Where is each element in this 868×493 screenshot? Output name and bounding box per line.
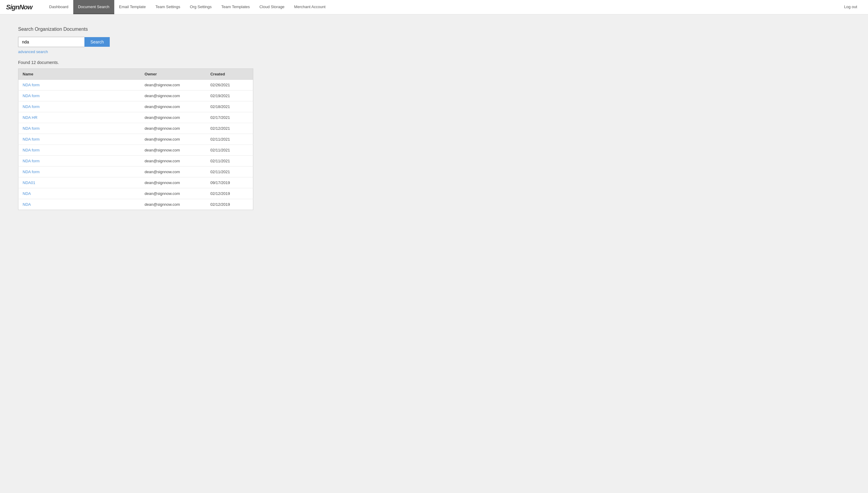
doc-created: 02/12/2021 — [206, 123, 253, 134]
doc-name-link[interactable]: NDA form — [23, 170, 40, 174]
nav-link-org-settings[interactable]: Org Settings — [185, 0, 216, 14]
doc-created: 02/12/2019 — [206, 188, 253, 199]
table-row: NDA formdean@signnow.com02/11/2021 — [18, 156, 253, 167]
table-row: NDA formdean@signnow.com02/12/2021 — [18, 123, 253, 134]
main-content: Search Organization Documents Search adv… — [0, 15, 271, 222]
nav-links: DashboardDocument SearchEmail TemplateTe… — [44, 0, 862, 14]
nav-link-cloud-storage[interactable]: Cloud Storage — [254, 0, 289, 14]
table-row: NDA formdean@signnow.com02/11/2021 — [18, 145, 253, 156]
col-header-name: Name — [18, 69, 140, 80]
doc-created: 02/11/2021 — [206, 156, 253, 167]
nav-link-team-templates[interactable]: Team Templates — [216, 0, 254, 14]
doc-name-link[interactable]: NDA form — [23, 159, 40, 163]
search-input[interactable] — [18, 37, 85, 47]
doc-owner: dean@signnow.com — [140, 101, 206, 112]
table-row: NDAdean@signnow.com02/12/2019 — [18, 199, 253, 210]
doc-name-link[interactable]: NDA HR — [23, 115, 38, 120]
doc-owner: dean@signnow.com — [140, 199, 206, 210]
doc-owner: dean@signnow.com — [140, 90, 206, 101]
doc-owner: dean@signnow.com — [140, 167, 206, 177]
search-button[interactable]: Search — [85, 37, 110, 47]
doc-created: 02/11/2021 — [206, 167, 253, 177]
doc-created: 02/18/2021 — [206, 101, 253, 112]
page-title: Search Organization Documents — [18, 26, 253, 32]
doc-name-link[interactable]: NDA form — [23, 137, 40, 142]
col-header-created: Created — [206, 69, 253, 80]
doc-name-link[interactable]: NDA — [23, 202, 31, 207]
table-row: NDA formdean@signnow.com02/26/2021 — [18, 80, 253, 90]
nav-link-email-template[interactable]: Email Template — [114, 0, 151, 14]
nav-link-logout[interactable]: Log out — [839, 0, 862, 14]
doc-created: 02/11/2021 — [206, 145, 253, 156]
nav-link-document-search[interactable]: Document Search — [73, 0, 114, 14]
col-header-owner: Owner — [140, 69, 206, 80]
doc-name-link[interactable]: NDA form — [23, 126, 40, 131]
doc-created: 02/12/2019 — [206, 199, 253, 210]
results-table: Name Owner Created NDA formdean@signnow.… — [18, 68, 253, 210]
doc-name-link[interactable]: NDA form — [23, 83, 40, 87]
nav-link-team-settings[interactable]: Team Settings — [151, 0, 185, 14]
doc-created: 02/26/2021 — [206, 80, 253, 90]
table-row: NDAdean@signnow.com02/12/2019 — [18, 188, 253, 199]
table-header: Name Owner Created — [18, 69, 253, 80]
doc-created: 02/11/2021 — [206, 134, 253, 145]
doc-name-link[interactable]: NDA form — [23, 104, 40, 109]
main-nav: SignNow DashboardDocument SearchEmail Te… — [0, 0, 868, 15]
doc-created: 09/17/2019 — [206, 177, 253, 188]
doc-owner: dean@signnow.com — [140, 123, 206, 134]
logo: SignNow — [6, 3, 32, 11]
doc-owner: dean@signnow.com — [140, 134, 206, 145]
table-row: NDA formdean@signnow.com02/19/2021 — [18, 90, 253, 101]
search-row: Search — [18, 37, 253, 47]
doc-owner: dean@signnow.com — [140, 177, 206, 188]
doc-owner: dean@signnow.com — [140, 188, 206, 199]
doc-owner: dean@signnow.com — [140, 80, 206, 90]
table-body: NDA formdean@signnow.com02/26/2021NDA fo… — [18, 80, 253, 210]
doc-name-link[interactable]: NDA form — [23, 93, 40, 98]
advanced-search-link[interactable]: advanced search — [18, 49, 253, 54]
doc-owner: dean@signnow.com — [140, 112, 206, 123]
nav-link-merchant-account[interactable]: Merchant Account — [290, 0, 330, 14]
doc-owner: dean@signnow.com — [140, 156, 206, 167]
table-row: NDA formdean@signnow.com02/18/2021 — [18, 101, 253, 112]
table-row: NDA formdean@signnow.com02/11/2021 — [18, 134, 253, 145]
doc-owner: dean@signnow.com — [140, 145, 206, 156]
nav-link-dashboard[interactable]: Dashboard — [44, 0, 73, 14]
results-count: Found 12 documents. — [18, 60, 253, 65]
doc-name-link[interactable]: NDA01 — [23, 180, 35, 185]
doc-created: 02/19/2021 — [206, 90, 253, 101]
doc-name-link[interactable]: NDA form — [23, 148, 40, 152]
table-row: NDA01dean@signnow.com09/17/2019 — [18, 177, 253, 188]
table-row: NDA formdean@signnow.com02/11/2021 — [18, 167, 253, 177]
doc-name-link[interactable]: NDA — [23, 191, 31, 196]
doc-created: 02/17/2021 — [206, 112, 253, 123]
table-row: NDA HRdean@signnow.com02/17/2021 — [18, 112, 253, 123]
